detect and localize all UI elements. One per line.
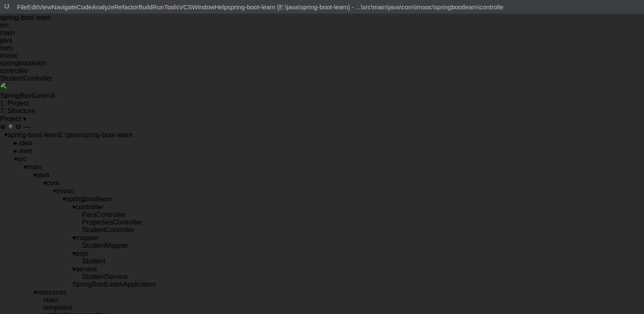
tree-item-label: imooc <box>56 187 74 195</box>
tree-item-student[interactable]: Student <box>0 257 644 265</box>
tree-item-studentcontroller[interactable]: StudentController <box>0 226 644 234</box>
menu-text: ode <box>81 3 92 11</box>
tree-item-propertiescontroller[interactable]: PropertiesController <box>0 219 644 226</box>
breadcrumb-label: controller <box>0 67 28 74</box>
breadcrumb: spring-boot-learnsrcmainjavacomimoocspri… <box>0 14 644 82</box>
ide-window: IJ FileEditViewNavigateCodeAnalyzeRefact… <box>0 0 644 314</box>
tree-item-idea[interactable]: ▸.idea <box>0 139 644 147</box>
tree-item-templates[interactable]: templates <box>0 304 644 311</box>
menu-analyze[interactable]: Analyze <box>92 3 114 11</box>
menu-edit[interactable]: Edit <box>27 3 38 11</box>
menu-refactor[interactable]: Refactor <box>115 3 139 11</box>
menu-mnemonic: F <box>17 3 21 11</box>
menu-text: Analy <box>92 3 108 11</box>
breadcrumb-item-studentcontroller[interactable]: StudentController <box>0 75 644 82</box>
tree-item-static[interactable]: static <box>0 296 644 304</box>
tree-item-main[interactable]: ▾main <box>0 163 644 171</box>
tree-item-imooc[interactable]: ▾imooc <box>0 187 644 195</box>
chevron-down-icon[interactable]: ▾ <box>23 115 26 122</box>
expand-arrow-icon[interactable]: ▾ <box>33 171 37 179</box>
expand-arrow-icon[interactable]: ▾ <box>72 234 76 241</box>
expand-arrow-icon[interactable]: ▾ <box>43 179 46 187</box>
menu-text: avigate <box>56 3 76 11</box>
tree-item-service[interactable]: ▾service <box>0 265 644 273</box>
breadcrumb-item-main[interactable]: main <box>0 29 644 37</box>
menu-build[interactable]: Build <box>138 3 152 11</box>
run-configuration-label: SpringBootLearnA <box>0 92 55 99</box>
tree-item-label: .mvn <box>17 147 32 154</box>
gear-icon[interactable]: ⚙ <box>15 123 21 130</box>
breadcrumb-label: src <box>0 22 9 29</box>
breadcrumb-item-springbootlearn[interactable]: springbootlearn <box>0 60 644 67</box>
menu-vcs[interactable]: VCS <box>179 3 192 11</box>
menu-help[interactable]: Help <box>215 3 228 11</box>
tree-item-label: .idea <box>17 139 32 146</box>
tree-item-mapper[interactable]: ▾mapper <box>0 234 644 242</box>
breadcrumb-label: imooc <box>0 52 18 59</box>
expand-arrow-icon[interactable]: ▾ <box>24 163 27 171</box>
tree-item-spring-boot-learn[interactable]: ▾spring-boot-learnE:\java\spring-boot-le… <box>0 131 644 139</box>
menu-view[interactable]: View <box>38 3 52 11</box>
breadcrumb-item-src[interactable]: src <box>0 22 644 29</box>
expand-arrow-icon[interactable]: ▾ <box>63 195 66 203</box>
tool-window-button-structure[interactable]: 7: Structure <box>0 107 644 115</box>
tree-item-studentservice[interactable]: StudentService <box>0 273 644 281</box>
expand-arrow-icon[interactable]: ▾ <box>4 131 8 138</box>
menu-tools[interactable]: Tools <box>164 3 179 11</box>
breadcrumb-item-imooc[interactable]: imooc <box>0 52 644 60</box>
tree-item-studentmapper[interactable]: StudentMapper <box>0 242 644 249</box>
menu-text: iew <box>42 3 52 11</box>
tree-item-label: ParaController <box>82 211 126 218</box>
menu-text: n <box>161 3 164 11</box>
menu-mnemonic: V <box>38 3 42 11</box>
collapse-all-icon[interactable] <box>8 123 15 130</box>
expand-arrow-icon[interactable]: ▾ <box>33 289 37 296</box>
breadcrumb-item-java[interactable]: java <box>0 37 644 44</box>
tree-item-label: SpringBootLearnApplication <box>72 281 156 288</box>
tree-item-springbootlearn[interactable]: ▾springbootlearn <box>0 195 644 203</box>
breadcrumb-item-spring-boot-learn[interactable]: spring-boot-learn <box>0 14 644 22</box>
menu-bar: IJ FileEditViewNavigateCodeAnalyzeRefact… <box>0 0 644 14</box>
tree-item-mvn[interactable]: ▸.mvn <box>0 147 644 155</box>
collapse-arrow-icon[interactable]: ▸ <box>14 147 17 154</box>
tree-item-com[interactable]: ▾com <box>0 179 644 187</box>
tool-window-button-project[interactable]: 1: Project <box>0 100 644 107</box>
breadcrumb-item-controller[interactable]: controller <box>0 67 644 75</box>
breadcrumb-label: main <box>0 29 15 36</box>
menu-code[interactable]: Code <box>77 3 92 11</box>
menu-run[interactable]: Run <box>153 3 164 11</box>
tree-item-pojo[interactable]: ▾pojo <box>0 249 644 257</box>
tree-item-label: StudentController <box>82 226 135 233</box>
tree-item-src[interactable]: ▾src <box>0 155 644 163</box>
build-hammer-icon[interactable] <box>0 84 8 92</box>
left-tool-window-bar: 1: Project 7: Structure <box>0 100 644 115</box>
menu-file[interactable]: File <box>17 3 27 11</box>
tree-item-paracontroller[interactable]: ParaController <box>0 211 644 219</box>
menu-text: VC <box>179 3 188 11</box>
locate-file-icon[interactable]: ⊕ <box>0 123 5 130</box>
tree-item-springbootlearnapplication[interactable]: SpringBootLearnApplication <box>0 281 644 288</box>
expand-arrow-icon[interactable]: ▾ <box>72 203 76 211</box>
project-panel-title[interactable]: Project <box>0 115 21 122</box>
tree-item-java[interactable]: ▾java <box>0 171 644 179</box>
menu-window[interactable]: Window <box>192 3 214 11</box>
tree-item-label: com <box>46 179 59 187</box>
menu-navigate[interactable]: Navigate <box>52 3 76 11</box>
tree-item-label: service <box>76 265 97 273</box>
tree-item-resources[interactable]: ▾resources <box>0 288 644 296</box>
tree-item-label: templates <box>43 304 72 311</box>
tree-item-application-properties[interactable]: application.properties <box>0 311 644 314</box>
hide-panel-icon[interactable]: — <box>23 123 30 130</box>
window-title: spring-boot-learn [E:\java\spring-boot-l… <box>228 3 504 11</box>
expand-arrow-icon[interactable]: ▾ <box>72 265 76 273</box>
breadcrumb-item-com[interactable]: com <box>0 44 644 52</box>
tree-item-label: StudentMapper <box>82 242 128 249</box>
expand-arrow-icon[interactable]: ▾ <box>72 250 76 257</box>
run-configuration-select[interactable]: SpringBootLearnA <box>0 92 644 100</box>
collapse-arrow-icon[interactable]: ▸ <box>14 139 17 146</box>
tree-item-controller[interactable]: ▾controller <box>0 203 644 211</box>
expand-arrow-icon[interactable]: ▾ <box>14 155 17 162</box>
breadcrumb-label: java <box>0 37 12 44</box>
tree-item-label: static <box>43 296 59 303</box>
expand-arrow-icon[interactable]: ▾ <box>53 187 56 195</box>
